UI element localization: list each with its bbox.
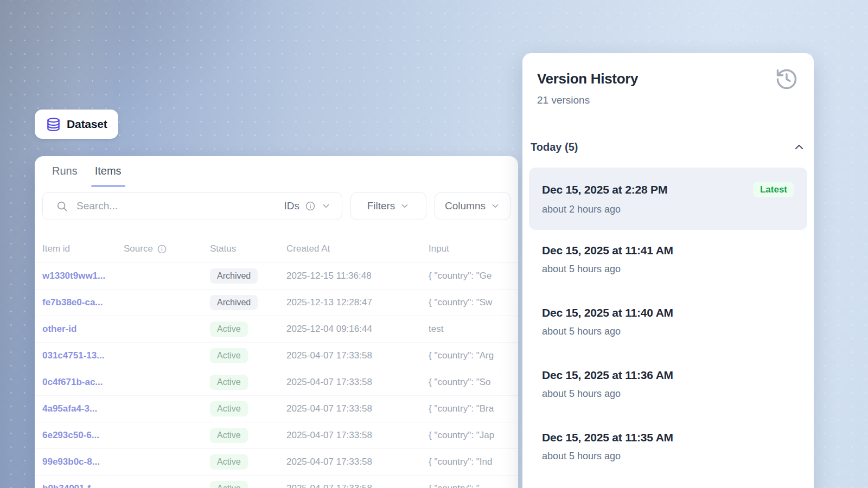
dataset-badge-label: Dataset [67,118,107,131]
dataset-badge: Dataset [35,110,118,139]
latest-badge: Latest [753,182,794,197]
search-box[interactable]: IDs [42,192,342,220]
version-ago: about 2 hours ago [542,204,794,215]
status-badge: Active [210,481,248,488]
version-date: Dec 15, 2025 at 11:36 AM [542,369,673,382]
version-entry[interactable]: Dec 15, 2025 at 11:36 AM about 5 hours a… [529,355,807,417]
created-at-cell: 2025-04-07 17:33:58 [286,457,429,467]
table-row[interactable]: 99e93b0c-8... Active 2025-04-07 17:33:58… [35,448,518,475]
table-row[interactable]: 0c4f671b-ac... Active 2025-04-07 17:33:5… [35,369,518,395]
input-cell: { "country": "Ge [429,271,518,281]
version-group-today[interactable]: Today (5) [531,140,806,153]
status-badge: Archived [210,268,258,284]
created-at-cell: 2025-04-07 17:33:58 [286,350,429,361]
database-icon [46,117,61,132]
item-id-link[interactable]: other-id [42,324,124,335]
table-row[interactable]: w1330t9ww1... Archived 2025-12-15 11:36:… [35,262,518,289]
version-entry[interactable]: Dec 15, 2025 at 2:28 PM Latest about 2 h… [529,168,807,230]
status-badge: Archived [210,295,258,310]
table-row[interactable]: 031c4751-13... Active 2025-04-07 17:33:5… [35,342,518,369]
input-cell: { "country": "Ind [429,457,518,467]
item-id-link[interactable]: 99e93b0c-8... [42,457,124,467]
info-icon [157,244,167,254]
version-date: Dec 15, 2025 at 11:40 AM [542,306,673,319]
item-id-link[interactable]: b0b34001-f... [42,483,124,488]
filters-label: Filters [367,200,395,212]
status-badge: Active [210,375,248,390]
item-id-link[interactable]: 031c4751-13... [42,350,124,361]
col-input: Input [429,243,518,254]
table-body: w1330t9ww1... Archived 2025-12-15 11:36:… [35,262,518,488]
version-entry[interactable]: Dec 15, 2025 at 11:40 AM about 5 hours a… [529,292,807,355]
table-row[interactable]: b0b34001-f... Active 2025-04-07 17:33:58… [35,475,518,488]
col-source-label: Source [124,243,153,254]
col-created-at: Created At [286,243,429,254]
version-date: Dec 15, 2025 at 11:35 AM [542,431,673,444]
search-input[interactable] [76,200,284,212]
version-ago: about 5 hours ago [542,451,794,462]
version-entry[interactable]: Dec 15, 2025 at 11:41 AM about 5 hours a… [529,230,807,292]
version-ago: about 5 hours ago [542,388,794,400]
input-cell: { "country": "Jap [429,430,518,441]
chevron-down-icon [321,201,331,211]
item-id-link[interactable]: w1330t9ww1... [42,271,124,281]
item-id-link[interactable]: 0c4f671b-ac... [42,377,124,388]
filters-button[interactable]: Filters [350,192,426,220]
created-at-cell: 2025-04-07 17:33:58 [286,430,429,441]
input-cell: { "country": "Sw [429,297,518,308]
table-row[interactable]: fe7b38e0-ca... Archived 2025-12-13 12:28… [35,289,518,316]
version-date: Dec 15, 2025 at 11:41 AM [542,244,673,257]
status-badge: Active [210,454,248,470]
input-cell: { "country": "Arg [429,350,518,361]
chevron-down-icon [400,201,410,211]
table-row[interactable]: other-id Active 2025-12-04 09:16:44 test [35,316,518,342]
created-at-cell: 2025-12-15 11:36:48 [286,271,429,281]
input-cell: { "country": "So [429,377,518,388]
input-cell: test [429,324,518,335]
version-ago: about 5 hours ago [542,264,794,275]
status-badge: Active [210,322,248,337]
table-header-row: Item id Source Status Created At Input [35,235,518,262]
item-id-link[interactable]: fe7b38e0-ca... [42,297,124,308]
created-at-cell: 2025-12-04 09:16:44 [286,324,429,335]
item-id-link[interactable]: 6e293c50-6... [42,430,124,441]
ids-label: IDs [284,200,300,212]
input-cell: { "country": " [429,483,518,488]
version-history-title: Version History [537,70,799,87]
chevron-down-icon [490,201,500,211]
tab-runs[interactable]: Runs [51,163,79,187]
tab-bar: Runs Items [51,163,518,187]
tab-items[interactable]: Items [94,163,123,187]
created-at-cell: 2025-04-07 17:33:58 [286,403,429,414]
table-row[interactable]: 6e293c50-6... Active 2025-04-07 17:33:58… [35,422,518,448]
app-background: Dataset Runs Items IDs [0,0,868,488]
created-at-cell: 2025-04-07 17:33:58 [286,377,429,388]
columns-label: Columns [445,200,486,212]
version-entry[interactable]: Dec 15, 2025 at 11:35 AM about 5 hours a… [529,417,807,479]
info-icon [305,201,316,211]
ids-dropdown-trigger[interactable]: IDs [284,200,331,212]
input-cell: { "country": "Bra [429,403,518,414]
version-ago: about 5 hours ago [542,326,794,337]
version-count: 21 versions [537,94,799,106]
status-badge: Active [210,428,248,443]
item-id-link[interactable]: 4a95afa4-3... [42,403,124,414]
status-badge: Active [210,348,248,363]
chevron-up-icon[interactable] [793,140,806,153]
version-history-panel: Version History 21 versions Today (5) [522,53,814,488]
toolbar: IDs Filters [35,187,518,220]
items-table: Item id Source Status Created At Input w… [35,235,518,488]
col-status: Status [210,243,286,254]
history-icon [775,67,799,91]
col-item-id: Item id [42,243,124,254]
version-date: Dec 15, 2025 at 2:28 PM [542,183,667,196]
col-source: Source [124,243,210,254]
status-badge: Active [210,401,248,416]
columns-button[interactable]: Columns [435,192,510,220]
version-list: Dec 15, 2025 at 2:28 PM Latest about 2 h… [522,168,814,479]
created-at-cell: 2025-12-13 12:28:47 [286,297,429,308]
dataset-items-panel: Runs Items IDs [35,156,518,488]
table-row[interactable]: 4a95afa4-3... Active 2025-04-07 17:33:58… [35,395,518,422]
version-history-header: Version History 21 versions [522,53,814,125]
version-group-label: Today (5) [531,141,578,153]
